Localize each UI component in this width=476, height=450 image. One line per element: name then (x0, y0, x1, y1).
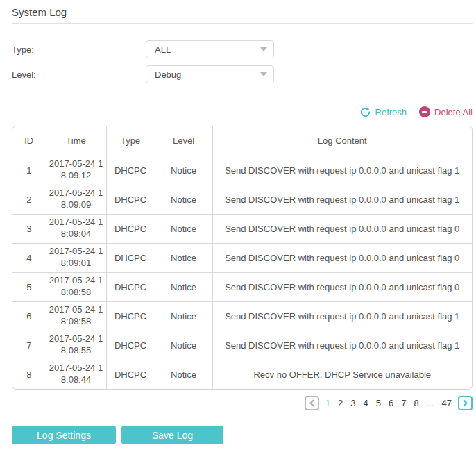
pagination-page-1[interactable]: 1 (324, 398, 332, 408)
pagination-prev-button[interactable] (305, 396, 319, 410)
pagination-page-3[interactable]: 3 (349, 398, 357, 408)
refresh-label: Refresh (375, 107, 407, 117)
cell-level: Notice (155, 185, 212, 214)
cell-id: 1 (12, 156, 46, 185)
cell-level: Notice (155, 272, 212, 301)
table-actions-row: Refresh Delete All (12, 105, 473, 119)
cell-time: 2017-05-24 18:08:58 (46, 272, 106, 301)
cell-type: DHCPC (106, 156, 155, 185)
pagination-ellipsis: ... (425, 398, 436, 408)
cell-time: 2017-05-24 18:09:12 (46, 156, 106, 185)
cell-level: Notice (155, 243, 212, 272)
cell-level: Notice (155, 156, 212, 185)
cell-log-content: Send DISCOVER with request ip 0.0.0.0 an… (212, 301, 472, 331)
title-divider (12, 23, 473, 24)
table-row: 12017-05-24 18:09:12DHCPCNoticeSend DISC… (12, 156, 472, 185)
cell-level: Notice (155, 214, 212, 243)
cell-time: 2017-05-24 18:09:01 (46, 243, 106, 272)
pagination: 12345678...47 (12, 395, 473, 410)
refresh-button[interactable]: Refresh (359, 106, 407, 118)
cell-level: Notice (155, 301, 212, 331)
triangle-down-icon (260, 72, 267, 76)
cell-type: DHCPC (106, 243, 155, 272)
cell-time: 2017-05-24 18:08:44 (46, 360, 106, 389)
pagination-page-8[interactable]: 8 (412, 398, 420, 408)
cell-log-content: Send DISCOVER with request ip 0.0.0.0 an… (212, 214, 472, 243)
cell-log-content: Send DISCOVER with request ip 0.0.0.0 an… (212, 331, 472, 360)
cell-log-content: Send DISCOVER with request ip 0.0.0.0 an… (212, 156, 472, 185)
type-select-value: ALL (155, 44, 171, 55)
triangle-down-icon (260, 47, 267, 51)
column-header: Time (46, 126, 106, 156)
cell-id: 2 (12, 185, 46, 214)
pagination-page-4[interactable]: 4 (362, 398, 370, 408)
cell-id: 7 (12, 331, 46, 360)
table-row: 62017-05-24 18:08:58DHCPCNoticeSend DISC… (12, 301, 472, 331)
table-row: 52017-05-24 18:08:58DHCPCNoticeSend DISC… (12, 272, 472, 301)
delete-all-button[interactable]: Delete All (419, 106, 473, 117)
cell-type: DHCPC (106, 301, 155, 331)
pagination-page-5[interactable]: 5 (375, 398, 382, 408)
table-header-row: IDTimeTypeLevelLog Content (12, 126, 472, 156)
column-header: ID (12, 126, 46, 156)
cell-type: DHCPC (106, 185, 155, 214)
page-title: System Log (12, 6, 473, 18)
system-log-page: System Log Type: ALL Level: Debug Refres… (0, 6, 476, 444)
type-select[interactable]: ALL (146, 40, 274, 58)
cell-time: 2017-05-24 18:09:04 (46, 214, 106, 243)
level-filter-row: Level: Debug (12, 65, 473, 83)
log-table: IDTimeTypeLevelLog Content 12017-05-24 1… (12, 126, 473, 390)
cell-log-content: Send DISCOVER with request ip 0.0.0.0 an… (212, 243, 472, 272)
cell-log-content: Send DISCOVER with request ip 0.0.0.0 an… (212, 272, 472, 301)
level-select[interactable]: Debug (146, 65, 274, 83)
log-table-body: 12017-05-24 18:09:12DHCPCNoticeSend DISC… (12, 156, 472, 389)
cell-type: DHCPC (106, 331, 155, 360)
cell-log-content: Send DISCOVER with request ip 0.0.0.0 an… (212, 185, 472, 214)
cell-level: Notice (155, 331, 212, 360)
cell-id: 6 (12, 301, 46, 331)
delete-all-label: Delete All (434, 107, 473, 117)
pagination-page-2[interactable]: 2 (337, 398, 344, 408)
cell-time: 2017-05-24 18:09:09 (46, 185, 106, 214)
cell-id: 8 (12, 360, 46, 389)
table-row: 72017-05-24 18:08:55DHCPCNoticeSend DISC… (12, 331, 472, 360)
cell-id: 3 (12, 214, 46, 243)
cell-type: DHCPC (106, 272, 155, 301)
chevron-left-icon (307, 399, 316, 408)
level-select-value: Debug (155, 69, 181, 80)
cell-id: 4 (12, 243, 46, 272)
chevron-right-icon (461, 399, 470, 408)
log-settings-button[interactable]: Log Settings (12, 426, 116, 444)
cell-type: DHCPC (106, 360, 155, 389)
footer-buttons: Log Settings Save Log (12, 426, 473, 444)
pagination-page-47[interactable]: 47 (441, 398, 453, 408)
pagination-next-button[interactable] (458, 396, 473, 410)
column-header: Log Content (212, 126, 472, 156)
table-row: 22017-05-24 18:09:09DHCPCNoticeSend DISC… (12, 185, 472, 214)
cell-log-content: Recv no OFFER, DHCP Service unavailable (212, 360, 472, 389)
pagination-pages: 12345678...47 (324, 398, 453, 408)
minus-circle-icon (419, 106, 430, 117)
table-row: 42017-05-24 18:09:01DHCPCNoticeSend DISC… (12, 243, 472, 272)
cell-time: 2017-05-24 18:08:55 (46, 331, 106, 360)
type-filter-row: Type: ALL (12, 40, 473, 58)
refresh-arrow-icon (359, 106, 371, 118)
level-label: Level: (12, 69, 146, 80)
save-log-button[interactable]: Save Log (121, 426, 223, 444)
pagination-page-6[interactable]: 6 (387, 398, 395, 408)
column-header: Type (106, 126, 155, 156)
column-header: Level (155, 126, 212, 156)
type-label: Type: (12, 44, 146, 55)
cell-type: DHCPC (106, 214, 155, 243)
cell-time: 2017-05-24 18:08:58 (46, 301, 106, 331)
table-row: 32017-05-24 18:09:04DHCPCNoticeSend DISC… (12, 214, 472, 243)
cell-level: Notice (155, 360, 212, 389)
table-row: 82017-05-24 18:08:44DHCPCNoticeRecv no O… (12, 360, 472, 389)
pagination-page-7[interactable]: 7 (400, 398, 407, 408)
cell-id: 5 (12, 272, 46, 301)
